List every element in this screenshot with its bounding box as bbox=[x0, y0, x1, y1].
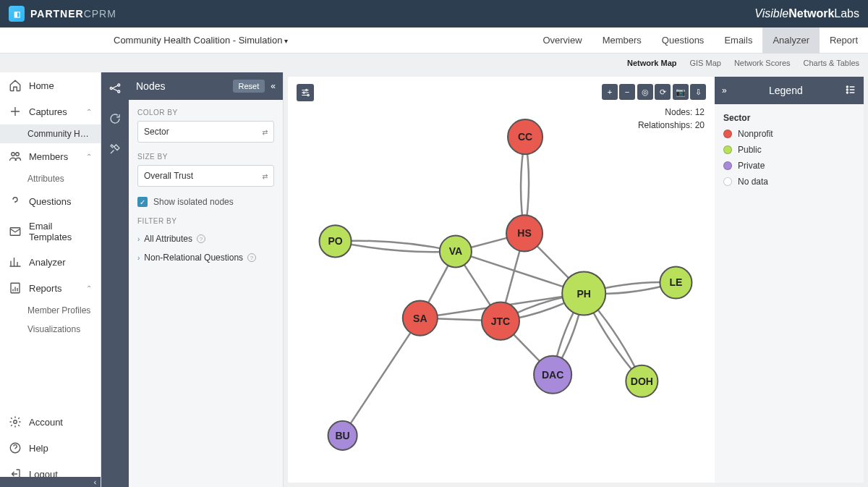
tool-tools-icon[interactable] bbox=[106, 140, 124, 158]
topnav-analyzer[interactable]: Analyzer bbox=[762, 27, 820, 54]
checkbox-checked-icon[interactable]: ✓ bbox=[137, 197, 148, 207]
chevron-up-icon: ⌃ bbox=[86, 108, 92, 116]
analyzer-icon bbox=[9, 255, 22, 268]
color-by-select[interactable]: Sector bbox=[137, 121, 274, 143]
nav-captures-label: Captures bbox=[29, 106, 67, 117]
network-edge[interactable] bbox=[343, 318, 420, 436]
legend-dot-icon bbox=[723, 177, 732, 186]
nav-email-templates[interactable]: Email Templates bbox=[0, 214, 101, 249]
network-node[interactable] bbox=[403, 301, 438, 336]
brand-right-2: Network bbox=[788, 7, 834, 20]
brand-left: ◧ PARTNERCPRM bbox=[9, 6, 116, 22]
legend-item-label: Public bbox=[738, 145, 762, 155]
legend-dot-icon bbox=[723, 145, 732, 154]
legend-dot-icon bbox=[723, 161, 732, 170]
legend-item-label: No data bbox=[738, 177, 768, 187]
legend-title: Legend bbox=[727, 85, 845, 96]
subtab-network-scores[interactable]: Network Scores bbox=[734, 59, 791, 67]
color-by-label: COLOR BY bbox=[137, 109, 274, 117]
topnav-emails[interactable]: Emails bbox=[714, 27, 762, 54]
subtab-network-map[interactable]: Network Map bbox=[627, 59, 676, 67]
network-node[interactable] bbox=[562, 271, 605, 315]
legend-dot-icon bbox=[723, 130, 732, 138]
show-isolated-label: Show isolated nodes bbox=[153, 197, 234, 207]
network-node[interactable] bbox=[508, 119, 542, 154]
chevron-right-icon: › bbox=[137, 235, 140, 243]
nav-reports[interactable]: Reports ⌃ bbox=[0, 275, 101, 301]
nodes-panel-title: Nodes bbox=[136, 80, 165, 92]
nav-members-label: Members bbox=[29, 151, 68, 162]
nav-reports-sub2[interactable]: Visualizations bbox=[0, 320, 101, 339]
panel-expand-icon[interactable]: » bbox=[722, 85, 727, 96]
legend-item[interactable]: Public bbox=[723, 145, 855, 155]
network-node[interactable] bbox=[626, 365, 658, 397]
panel-collapse-icon[interactable]: « bbox=[271, 81, 276, 91]
svg-point-4 bbox=[14, 420, 17, 424]
legend-header: » Legend bbox=[715, 77, 864, 104]
nodes-panel: Nodes Reset « COLOR BY Sector SIZE BY Ov… bbox=[129, 72, 284, 487]
filter-all-attrs-label: All Attributes bbox=[144, 234, 192, 244]
network-node[interactable] bbox=[660, 266, 692, 298]
subtabs: Network Map GIS Map Network Scores Chart… bbox=[0, 54, 868, 72]
topnav-report[interactable]: Report bbox=[820, 27, 868, 54]
chevron-up-icon: ⌃ bbox=[86, 153, 92, 161]
legend-item[interactable]: Nonprofit bbox=[723, 129, 855, 139]
nodes-panel-header: Nodes Reset « bbox=[129, 72, 283, 100]
filter-by-label: FILTER BY bbox=[137, 217, 274, 225]
size-by-label: SIZE BY bbox=[137, 153, 274, 161]
captures-icon bbox=[9, 105, 22, 118]
canvas-area[interactable]: + − ◎ ⟳ 📷 ⇩ Nodes: 12 Relationships: 20 bbox=[288, 77, 715, 483]
tool-network-icon[interactable] bbox=[106, 80, 124, 97]
questions-icon bbox=[9, 195, 22, 208]
nav-reports-sub1[interactable]: Member Profiles bbox=[0, 301, 101, 320]
network-node[interactable] bbox=[506, 215, 542, 251]
nav-questions[interactable]: Questions bbox=[0, 188, 101, 214]
help-badge-icon[interactable]: ? bbox=[197, 234, 205, 243]
nav-reports-label: Reports bbox=[29, 283, 62, 294]
help-badge-icon[interactable]: ? bbox=[247, 253, 256, 262]
help-icon bbox=[9, 441, 22, 454]
topnav-members[interactable]: Members bbox=[592, 27, 652, 54]
tool-refresh-icon[interactable] bbox=[106, 110, 124, 127]
leftnav-collapse[interactable]: ‹ bbox=[0, 477, 101, 487]
topnav-overview[interactable]: Overview bbox=[532, 27, 592, 54]
network-node[interactable] bbox=[440, 235, 472, 267]
members-icon bbox=[9, 150, 22, 163]
nav-captures[interactable]: Captures ⌃ bbox=[0, 98, 101, 124]
breadcrumb[interactable]: Community Health Coalition - Simulation bbox=[114, 35, 288, 46]
topnav-questions[interactable]: Questions bbox=[652, 27, 715, 54]
filter-non-relational[interactable]: › Non-Relational Questions ? bbox=[137, 248, 274, 267]
brand-sub: CPRM bbox=[84, 8, 116, 20]
nav-account[interactable]: Account bbox=[0, 409, 101, 435]
reports-icon bbox=[9, 281, 22, 295]
network-node[interactable] bbox=[482, 302, 519, 340]
chevron-up-icon: ⌃ bbox=[86, 284, 92, 292]
network-node[interactable] bbox=[534, 356, 571, 394]
size-by-value: Overall Trust bbox=[144, 171, 193, 181]
network-graph[interactable]: CCHSPHLEDOHDACJTCSAVAPOBU bbox=[288, 77, 715, 483]
show-isolated-row[interactable]: ✓ Show isolated nodes bbox=[137, 197, 274, 207]
nav-members-sub[interactable]: Attributes bbox=[0, 169, 101, 188]
size-by-select[interactable]: Overall Trust bbox=[137, 165, 274, 187]
legend-item[interactable]: Private bbox=[723, 161, 855, 171]
svg-point-7 bbox=[118, 84, 120, 86]
nav-members[interactable]: Members ⌃ bbox=[0, 143, 101, 169]
nav-home[interactable]: Home bbox=[0, 72, 101, 98]
color-by-value: Sector bbox=[144, 127, 169, 137]
nav-home-label: Home bbox=[29, 80, 54, 91]
network-node[interactable] bbox=[320, 225, 352, 257]
legend-item[interactable]: No data bbox=[723, 177, 855, 187]
network-node[interactable] bbox=[328, 421, 357, 450]
subtab-charts-tables[interactable]: Charts & Tables bbox=[804, 59, 859, 67]
subtab-gis-map[interactable]: GIS Map bbox=[690, 59, 721, 67]
reset-button[interactable]: Reset bbox=[233, 80, 265, 93]
nav-captures-sub[interactable]: Community Health ... bbox=[0, 124, 101, 143]
filter-all-attributes[interactable]: › All Attributes ? bbox=[137, 229, 274, 248]
svg-point-8 bbox=[118, 90, 120, 93]
nav-analyzer[interactable]: Analyzer bbox=[0, 249, 101, 275]
list-icon[interactable] bbox=[845, 84, 856, 98]
subbar: Community Health Coalition - Simulation … bbox=[0, 27, 868, 54]
nav-help[interactable]: Help bbox=[0, 435, 101, 461]
svg-point-0 bbox=[12, 153, 15, 156]
brand-right-3: Labs bbox=[834, 7, 859, 20]
